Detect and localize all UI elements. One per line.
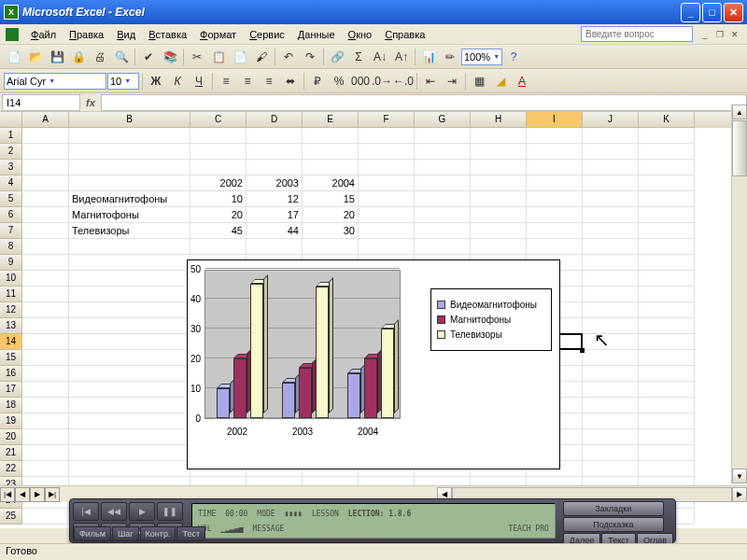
cell-D4[interactable]: 2003: [247, 175, 303, 191]
decrease-indent-button[interactable]: ⇤: [420, 71, 441, 91]
format-painter-button[interactable]: 🖌: [251, 47, 272, 67]
menu-файл[interactable]: Файл: [24, 27, 63, 42]
font-name-combo[interactable]: Arial Cyr▼: [4, 73, 106, 90]
row-header-13[interactable]: 13: [0, 318, 22, 334]
redo-button[interactable]: ↷: [300, 47, 320, 67]
font-color-button[interactable]: A: [512, 71, 532, 91]
row-header-16[interactable]: 16: [0, 366, 22, 382]
decrease-decimal-button[interactable]: ←.0: [393, 71, 414, 91]
percent-button[interactable]: %: [329, 71, 349, 91]
chart-legend[interactable]: ВидеомагнитофоныМагнитофоныТелевизоры: [430, 288, 552, 351]
player-bookmarks-button[interactable]: Закладки: [563, 501, 664, 516]
row-header-14[interactable]: 14: [0, 334, 22, 350]
bold-button[interactable]: Ж: [146, 71, 166, 91]
permissions-button[interactable]: 🔒: [68, 47, 89, 67]
col-header-H[interactable]: H: [471, 112, 527, 128]
research-button[interactable]: 📚: [160, 47, 180, 67]
menu-вставка[interactable]: Вставка: [142, 27, 193, 42]
row-header-10[interactable]: 10: [0, 271, 22, 287]
row-header-9[interactable]: 9: [0, 255, 22, 271]
row-header-15[interactable]: 15: [0, 350, 22, 366]
menu-правка[interactable]: Правка: [63, 27, 110, 42]
row-header-12[interactable]: 12: [0, 302, 22, 318]
player-tab-step[interactable]: Шаг: [112, 526, 139, 541]
menu-вид[interactable]: Вид: [110, 27, 142, 42]
row-header-20[interactable]: 20: [0, 429, 22, 445]
tab-last-button[interactable]: ▶|: [45, 487, 60, 502]
player-rewind-button[interactable]: ◀◀: [101, 502, 127, 521]
doc-close-button[interactable]: ✕: [728, 28, 741, 41]
doc-restore-button[interactable]: ❐: [713, 28, 726, 41]
save-button[interactable]: 💾: [47, 47, 67, 67]
col-header-F[interactable]: F: [359, 112, 415, 128]
row-header-18[interactable]: 18: [0, 398, 22, 413]
fill-color-button[interactable]: ◢: [490, 71, 511, 91]
row-header-22[interactable]: 22: [0, 461, 22, 477]
cell-E4[interactable]: 2004: [303, 175, 359, 191]
cell-B7[interactable]: Телевизоры: [69, 223, 190, 239]
cell-E5[interactable]: 15: [303, 191, 359, 207]
row-header-21[interactable]: 21: [0, 445, 22, 461]
player-hint-button[interactable]: Подсказка: [563, 517, 664, 532]
row-header-3[interactable]: 3: [0, 160, 22, 175]
player-prev-chapter-button[interactable]: |◀: [73, 502, 99, 521]
cell-B6[interactable]: Магнитофоны: [69, 207, 190, 223]
currency-button[interactable]: ₽: [307, 71, 328, 91]
cell-D7[interactable]: 44: [247, 223, 303, 239]
row-header-1[interactable]: 1: [0, 128, 22, 144]
underline-button[interactable]: Ч: [189, 71, 209, 91]
hscroll-right-button[interactable]: ▶: [732, 487, 747, 502]
player-play-button[interactable]: ▶: [129, 502, 155, 521]
vertical-scrollbar[interactable]: ▲ ▼: [731, 105, 747, 483]
cell-B5[interactable]: Видеомагнитофоны: [69, 191, 190, 207]
doc-minimize-button[interactable]: _: [698, 28, 712, 41]
increase-indent-button[interactable]: ⇥: [442, 71, 462, 91]
row-header-5[interactable]: 5: [0, 191, 22, 207]
increase-decimal-button[interactable]: .0→: [372, 71, 392, 91]
player-pause-button[interactable]: ❚❚: [157, 502, 183, 521]
tab-next-button[interactable]: ▶: [30, 487, 45, 502]
cut-button[interactable]: ✂: [187, 47, 207, 67]
autosum-button[interactable]: Σ: [348, 47, 369, 67]
zoom-combo[interactable]: 100%▼: [461, 49, 502, 65]
undo-button[interactable]: ↶: [278, 47, 299, 67]
embedded-chart[interactable]: ВидеомагнитофоныМагнитофоныТелевизоры 01…: [187, 259, 560, 469]
sort-desc-button[interactable]: A↑: [391, 47, 412, 67]
row-header-11[interactable]: 11: [0, 287, 22, 302]
scroll-down-button[interactable]: ▼: [732, 469, 747, 483]
row-header-8[interactable]: 8: [0, 239, 22, 255]
hyperlink-button[interactable]: 🔗: [327, 47, 347, 67]
paste-button[interactable]: 📄: [230, 47, 250, 67]
cell-E7[interactable]: 30: [303, 223, 359, 239]
name-box[interactable]: I14: [2, 94, 80, 111]
menu-сервис[interactable]: Сервис: [243, 27, 291, 42]
borders-button[interactable]: ▦: [469, 71, 489, 91]
help-search-input[interactable]: [581, 26, 693, 42]
row-header-17[interactable]: 17: [0, 382, 22, 398]
doc-icon[interactable]: [6, 28, 19, 41]
font-size-combo[interactable]: 10▼: [107, 73, 139, 90]
chart-wizard-button[interactable]: 📊: [418, 47, 439, 67]
col-header-C[interactable]: C: [190, 112, 247, 128]
print-button[interactable]: 🖨: [90, 47, 110, 67]
player-tab-film[interactable]: Фильм: [74, 526, 111, 541]
menu-данные[interactable]: Данные: [291, 27, 342, 42]
sort-asc-button[interactable]: A↓: [370, 47, 390, 67]
cell-C7[interactable]: 45: [190, 223, 247, 239]
cell-D6[interactable]: 17: [247, 207, 303, 223]
cell-C4[interactable]: 2002: [190, 175, 247, 191]
col-header-K[interactable]: K: [639, 112, 695, 128]
row-header-4[interactable]: 4: [0, 175, 22, 191]
menu-формат[interactable]: Формат: [193, 27, 243, 42]
select-all-corner[interactable]: [0, 112, 22, 128]
new-button[interactable]: 📄: [4, 47, 24, 67]
cell-E6[interactable]: 20: [303, 207, 359, 223]
italic-button[interactable]: К: [167, 71, 188, 91]
player-tab-test[interactable]: Тест: [176, 526, 205, 541]
align-right-button[interactable]: ≡: [259, 71, 279, 91]
menu-справка[interactable]: Справка: [378, 27, 431, 42]
cell-C6[interactable]: 20: [190, 207, 247, 223]
player-tab-control[interactable]: Контр.: [140, 526, 176, 541]
formula-input[interactable]: [101, 94, 747, 111]
copy-button[interactable]: 📋: [208, 47, 229, 67]
